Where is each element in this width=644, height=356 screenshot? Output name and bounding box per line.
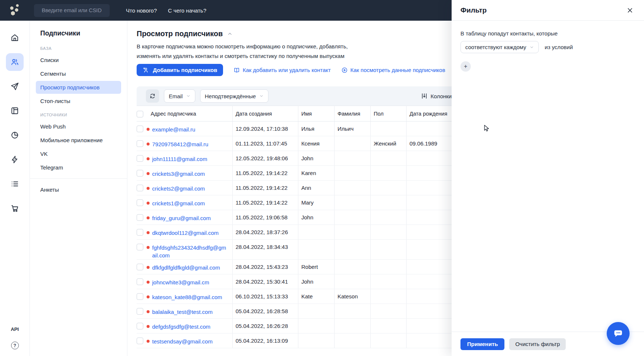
sidebar-item-lists[interactable]: Списки [36,54,121,66]
table-row: kateson_kate88@gmail.com 06.10.2021, 15:… [137,289,475,304]
how-to-view-data-link[interactable]: Как посмотреть данные подписчиков [341,67,445,73]
sidebar-item-web-push[interactable]: Web Push [36,120,121,133]
chevron-up-icon[interactable] [227,31,233,37]
row-checkbox[interactable] [137,170,143,177]
subscriber-email-link[interactable]: crickets2@gmail.com [152,185,205,192]
last-name-cell [335,333,371,348]
created-date-cell: 28.04.2022, 18:34:43 [233,240,298,259]
row-select-cell [137,304,146,318]
whats-new-link[interactable]: Что нового? [126,7,157,14]
row-checkbox[interactable] [137,338,143,344]
col-header-gender[interactable]: Пол [371,106,407,121]
sidebar-item-segments[interactable]: Сегменты [36,67,121,80]
global-search[interactable] [34,4,110,17]
gender-cell [371,181,407,195]
subscriber-email-link[interactable]: fghfdsghfs234324dhsdfg@gmail.com [152,244,229,259]
sidebar-item-mobile-app[interactable]: Мобильное приложение [36,134,121,147]
sidebar-item-vk[interactable]: VK [36,147,121,160]
row-checkbox[interactable] [137,199,143,206]
subscriber-email-link[interactable]: crickets1@gmail.com [152,199,205,207]
created-date-cell: 05.04.2022, 16:13:09 [233,333,298,348]
subscriber-email-link[interactable]: johncwhite3@gmail.cm [152,278,209,286]
subscriber-email-link[interactable]: 79209758412@mail.ru [152,140,208,148]
gender-cell [371,225,407,239]
sidebar-item-surveys[interactable]: Анкеты [36,183,121,196]
sidebar-item-view-subscribers[interactable]: Просмотр подписчиков [36,81,121,94]
search-input[interactable] [41,7,112,14]
first-name-cell [298,240,335,259]
how-to-add-contact-link[interactable]: Как добавить или удалить контакт [233,67,330,73]
brand-logo-icon[interactable] [7,3,21,18]
unconfirmed-status-dot [147,340,150,343]
row-checkbox[interactable] [137,293,143,300]
channel-filter-select[interactable]: Email [164,89,195,103]
unconfirmed-status-dot [147,281,150,284]
row-select-cell [137,260,146,274]
home-icon[interactable] [6,29,24,47]
select-all-checkbox[interactable] [137,111,143,117]
subscriber-email-link[interactable]: defgdsfgsdfg@test.com [152,323,210,331]
refresh-button[interactable] [146,89,159,103]
row-checkbox[interactable] [137,229,143,236]
columns-settings-button[interactable]: Колонки [421,93,452,99]
contacts-icon[interactable] [6,53,24,71]
send-icon[interactable] [6,78,24,95]
first-name-cell: Илья [298,121,335,136]
table-row: defgdsfgsdfg@test.com 05.04.2022, 16:26:… [137,319,475,333]
subscriber-email-link[interactable]: example@mail.ru [152,126,195,133]
templates-icon[interactable] [6,102,24,120]
created-date-cell: 11.05.2022, 19:06:58 [233,210,298,225]
subscriber-email-link[interactable]: dkqtwrdool112@gmail.com [152,229,219,237]
subscriber-email-link[interactable]: crickets3@gmail.com [152,170,205,178]
add-subscribers-button[interactable]: Добавить подписчиков [137,64,223,76]
automation-icon[interactable] [6,151,24,168]
row-checkbox[interactable] [137,126,143,132]
table-row: crickets1@gmail.com 11.05.2022, 19:14:22… [137,195,475,210]
row-checkbox[interactable] [137,323,143,329]
gender-cell [371,319,407,333]
last-name-cell [335,181,371,195]
col-header-email[interactable]: Адрес подписчика [146,106,233,121]
row-checkbox[interactable] [137,140,143,147]
subscriber-email-link[interactable]: john11111@gmail.com [152,155,207,163]
table-row: fghfdsghfs234324dhsdfg@gmail.com 28.04.2… [137,240,475,260]
apply-filter-button[interactable]: Применить [460,338,504,350]
match-mode-select[interactable]: соответствуют каждому [460,41,539,53]
row-checkbox[interactable] [137,278,143,285]
getting-started-link[interactable]: С чего начать? [168,7,206,14]
list-icon[interactable] [6,175,24,193]
stats-pie-icon[interactable] [6,126,24,144]
row-checkbox[interactable] [137,264,143,270]
close-icon[interactable] [625,5,635,16]
status-filter-select[interactable]: Неподтверждённые [200,89,268,103]
col-header-created[interactable]: Дата создания [233,106,298,121]
subscriber-email-link[interactable]: kateson_kate88@gmail.com [152,293,222,301]
col-header-last-name[interactable]: Фамилия [335,106,371,121]
row-select-cell [137,210,146,225]
sidebar-item-telegram[interactable]: Telegram [36,161,121,174]
table-row: example@mail.ru 12.09.2024, 17:10:38 Иль… [137,121,475,136]
subscriber-email-link[interactable]: dfkfgdlfgldfkgld@gmail.com [152,264,220,271]
cart-icon[interactable] [6,199,24,217]
chat-fab-button[interactable] [607,322,630,345]
row-checkbox[interactable] [137,214,143,221]
col-header-first-name[interactable]: Имя [298,106,335,121]
unconfirmed-status-dot [147,143,150,146]
add-condition-button[interactable]: + [460,61,471,72]
row-checkbox[interactable] [137,308,143,315]
subscriber-email-link[interactable]: balalaika_test@test.com [152,308,213,316]
chevron-down-icon [186,94,191,98]
row-checkbox[interactable] [137,185,143,191]
api-link[interactable]: API [11,326,19,332]
sidebar-item-stop-lists[interactable]: Стоп-листы [36,95,121,107]
gender-cell [371,210,407,225]
help-icon[interactable]: ? [11,342,19,349]
clear-filter-button[interactable]: Очистить фильтр [509,338,566,350]
table-row: dkqtwrdool112@gmail.com 28.04.2022, 18:3… [137,225,475,240]
table-toolbar: Email Неподтверждённые Колонки [137,86,476,106]
row-checkbox[interactable] [137,155,143,162]
subscriber-email-link[interactable]: friday_guru@gmail.com [152,214,211,222]
row-checkbox[interactable] [137,244,143,250]
row-select-cell [137,121,146,136]
subscriber-email-link[interactable]: testsendsay@gmail.com [152,338,213,345]
